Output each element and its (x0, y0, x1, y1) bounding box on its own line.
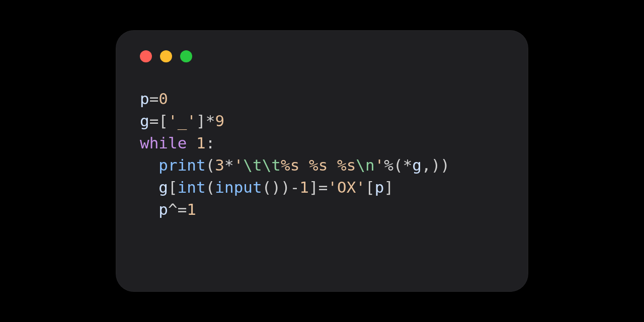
code-token: 0 (158, 90, 168, 108)
code-token (140, 200, 158, 218)
code-token: ' (356, 178, 365, 196)
code-token (140, 156, 158, 174)
code-token: ) (440, 156, 450, 174)
code-token: 1 (196, 134, 206, 152)
code-block: p=0 g=['_']*9 while 1: print(3*'\t\t%s %… (140, 88, 504, 220)
code-token: 1 (187, 200, 196, 218)
code-token: OX (337, 178, 356, 196)
code-token: _ (178, 112, 187, 130)
code-token: ' (234, 156, 244, 174)
code-token: ] (196, 112, 206, 130)
code-token: g (140, 112, 149, 130)
code-token: 1 (299, 178, 309, 196)
code-token: %s (337, 156, 356, 174)
code-token: %s (281, 156, 299, 174)
close-icon[interactable] (140, 50, 152, 62)
code-token: ) (431, 156, 441, 174)
code-token: ( (393, 156, 403, 174)
code-token: * (224, 156, 234, 174)
code-token: 9 (215, 112, 224, 130)
code-token: p (140, 90, 149, 108)
code-token: print (158, 156, 205, 174)
code-token: p (158, 200, 168, 218)
code-token: g (158, 178, 168, 196)
code-token: * (206, 112, 215, 130)
code-token: while (140, 134, 187, 152)
code-token: ' (328, 178, 337, 196)
code-token: : (206, 134, 215, 152)
code-token: ( (206, 178, 215, 196)
code-token: = (318, 178, 328, 196)
code-token: ' (187, 112, 196, 130)
code-token: \n (356, 156, 374, 174)
code-token: \t (262, 156, 281, 174)
code-token: g (412, 156, 422, 174)
code-token: \t (243, 156, 262, 174)
traffic-lights (140, 50, 504, 62)
code-token: ( (262, 178, 272, 196)
code-token (328, 156, 337, 174)
code-token: ) (271, 178, 281, 196)
code-window: p=0 g=['_']*9 while 1: print(3*'\t\t%s %… (116, 30, 528, 292)
code-token: %s (309, 156, 328, 174)
code-token: = (149, 90, 159, 108)
code-token: ] (384, 178, 393, 196)
code-token: [ (365, 178, 375, 196)
code-token: - (290, 178, 300, 196)
code-token: = (149, 112, 159, 130)
code-token: ^= (168, 200, 187, 218)
code-token: input (215, 178, 262, 196)
code-token: % (384, 156, 393, 174)
code-token: ' (375, 156, 384, 174)
code-token: p (375, 178, 384, 196)
code-token (299, 156, 309, 174)
code-token: ( (206, 156, 215, 174)
code-token: int (178, 178, 206, 196)
code-token (187, 134, 196, 152)
minimize-icon[interactable] (160, 50, 172, 62)
code-token: ' (168, 112, 178, 130)
maximize-icon[interactable] (180, 50, 192, 62)
code-token: [ (168, 178, 178, 196)
code-token: 3 (215, 156, 224, 174)
code-token: [ (158, 112, 168, 130)
code-token: ) (281, 178, 290, 196)
code-token (140, 178, 158, 196)
code-token: ] (309, 178, 318, 196)
code-token: * (403, 156, 413, 174)
code-token: , (422, 156, 431, 174)
